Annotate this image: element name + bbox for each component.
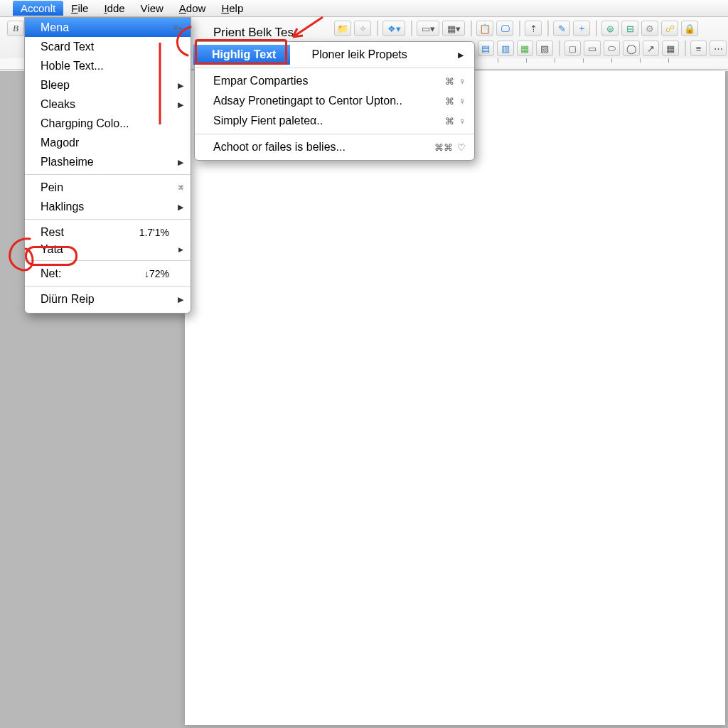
menu-item-yata[interactable]: Yata ▶ — [25, 242, 191, 257]
toolbar-text-icon[interactable]: ⇡ — [525, 21, 542, 36]
toolbar-ruler-icon[interactable]: ⋯ — [710, 41, 727, 56]
toolbar-edit-icon[interactable]: ✎ — [553, 21, 570, 36]
toolbar-cube-icon[interactable]: ❖▾ — [382, 21, 405, 36]
menubar-file[interactable]: File — [63, 1, 96, 16]
toolbar-shape4-icon[interactable]: ◯ — [623, 41, 640, 56]
submenu-item-label: Adsay Pronetingapt to Centor Upton.. — [213, 95, 402, 107]
menubar-adow[interactable]: Adow — [171, 1, 214, 16]
toolbar-add-icon[interactable]: ＋ — [573, 21, 590, 36]
toolbar-page-icon[interactable]: ▭▾ — [417, 21, 439, 36]
toolbar-shape3-icon[interactable]: ⬭ — [604, 41, 621, 56]
submenu-item-label: Simply Fient paleteα.. — [213, 114, 323, 127]
submenu-item-label: Ploner leik Propets — [311, 48, 407, 61]
toolbar-plus2-icon[interactable]: ✧ — [354, 21, 371, 36]
toolbar-screen-icon[interactable]: 🖵 — [496, 21, 513, 36]
toolbar-gear-icon[interactable]: ⚙ — [641, 21, 658, 36]
toolbar-doc2-icon[interactable]: ▥ — [497, 41, 514, 56]
toolbar-lock-icon[interactable]: 🔒 — [681, 21, 698, 36]
submenu-arrow-icon: ▶ — [178, 157, 183, 166]
submenu-item-label: Achoot or failes is belies... — [213, 141, 346, 154]
shortcut-glyphs: ⌘♀ — [445, 96, 466, 107]
menu-item-label: Scard Text — [41, 41, 94, 53]
menu-item-label: Rest — [41, 226, 64, 239]
submenu-arrow-icon: ▶ — [178, 100, 183, 109]
menu-item-value: 1.7'1% — [139, 227, 169, 238]
toolbar-doc1-icon[interactable]: ▤ — [478, 41, 495, 56]
menu-item-bleep[interactable]: Bleep ▶ — [25, 75, 191, 95]
submenu-item-ploner-propets[interactable]: Ploner leik Propets ▶ — [293, 45, 472, 65]
menu-item-plasheime[interactable]: Plasheime ▶ — [25, 152, 191, 171]
toolbar-table-icon[interactable]: ▦▾ — [442, 21, 465, 36]
menu-item-label: Cleaks — [41, 98, 75, 111]
submenu-arrow-icon: ▶ — [178, 246, 183, 253]
submenu-item-label: Highlig Text — [212, 48, 276, 61]
menu-separator — [25, 286, 191, 287]
menu-separator — [25, 260, 191, 261]
menu-item-label: Mena — [41, 21, 69, 34]
menu-item-scard-text[interactable]: Scard Text — [25, 37, 191, 56]
menu-item-net[interactable]: Net: ↓72% — [25, 264, 191, 283]
toolbar-arrow-icon[interactable]: ↗ — [643, 41, 660, 56]
menu-item-label: Chargping Colo... — [41, 117, 129, 130]
shortcut-glyphs: ⌘♀ — [445, 76, 466, 87]
menu-item-label: Net: — [41, 267, 61, 280]
toolbar-db-icon[interactable]: ⊜ — [601, 21, 619, 36]
toolbar-link-icon[interactable]: ☍ — [661, 21, 678, 36]
menubar-help[interactable]: Help — [213, 1, 251, 16]
menu-item-label: Magodr — [41, 136, 79, 149]
menu-item-diurn-reip[interactable]: Diürn Reip ▶ — [25, 289, 191, 309]
menu-item-hoble-text[interactable]: Hoble Text... — [25, 56, 191, 75]
submenu-item-highlig-text[interactable]: Highlig Text — [193, 45, 290, 65]
toolbar-bold[interactable]: B — [7, 21, 24, 36]
menu-item-label: Haklings — [41, 200, 84, 213]
shortcut-glyphs: ⌘⌘♡ — [434, 142, 466, 153]
toolbar-shape2-icon[interactable]: ▭ — [584, 41, 601, 56]
menu-item-pein[interactable]: Pein ⌘ — [25, 178, 191, 197]
submenu-separator — [195, 68, 474, 68]
submenu-arrow-icon: ▶ — [178, 80, 183, 90]
menu-item-chargping-colo[interactable]: Chargping Colo... — [25, 114, 191, 133]
submenu-glyph: ⌘▸ — [173, 23, 183, 33]
submenu-arrow-icon: ▶ — [178, 202, 183, 211]
submenu-separator — [195, 134, 474, 134]
header-label: Prient Belk Tes — [213, 26, 294, 40]
menubar-view[interactable]: View — [133, 1, 171, 16]
toolbar-paste-icon[interactable]: 📋 — [476, 21, 493, 36]
submenu-item-label: Empar Comparties — [213, 75, 308, 87]
toolbar-shape1-icon[interactable]: ◻ — [564, 41, 582, 56]
menu-item-label: Yata — [41, 243, 63, 256]
menu-item-label: Bleep — [41, 79, 70, 92]
menu-item-rest[interactable]: Rest 1.7'1% — [25, 223, 191, 242]
menu-item-haklings[interactable]: Haklings ▶ — [25, 197, 191, 216]
menubar: Acconlt File Idde View Adow Help — [0, 0, 728, 17]
main-dropdown: Mena ⌘▸ Scard Text Hoble Text... Bleep ▶… — [24, 17, 191, 314]
submenu-arrow-icon: ▶ — [178, 294, 183, 304]
submenu-item-achoot[interactable]: Achoot or failes is belies... ⌘⌘♡ — [195, 137, 474, 157]
toolbar-palette-icon[interactable]: ▦ — [517, 41, 534, 56]
toolbar-align-icon[interactable]: ≡ — [690, 41, 707, 56]
submenu-arrow-icon: ▶ — [458, 50, 464, 60]
toolbar-calc-icon[interactable]: ▧ — [536, 41, 553, 56]
menu-item-cleaks[interactable]: Cleaks ▶ — [25, 95, 191, 114]
menu-item-magodr[interactable]: Magodr — [25, 133, 191, 152]
submenu-item-simply[interactable]: Simply Fient paleteα.. ⌘♀ — [195, 111, 474, 131]
document-page[interactable] — [185, 71, 725, 725]
menu-item-value: ↓72% — [144, 268, 169, 279]
toolbar-grid-icon[interactable]: ▦ — [662, 41, 679, 56]
menu-item-mena[interactable]: Mena ⌘▸ — [25, 18, 191, 37]
submenu: Highlig Text Ploner leik Propets ▶ Empar… — [194, 41, 475, 161]
shortcut-glyphs: ⌘♀ — [445, 116, 466, 127]
toolbar-folder-icon[interactable]: 📁 — [334, 21, 351, 36]
submenu-item-adsay[interactable]: Adsay Pronetingapt to Centor Upton.. ⌘♀ — [195, 91, 474, 111]
submenu-item-empar[interactable]: Empar Comparties ⌘♀ — [195, 71, 474, 91]
menu-item-label: Plasheime — [41, 156, 94, 168]
shortcut-glyph: ⌘ — [178, 183, 183, 193]
menubar-idde[interactable]: Idde — [96, 1, 132, 16]
menubar-accounlt[interactable]: Acconlt — [13, 1, 63, 16]
menu-item-label: Diürn Reip — [41, 293, 95, 306]
menu-item-label: Pein — [41, 181, 63, 194]
menu-separator — [25, 219, 191, 220]
toolbar-db2-icon[interactable]: ⊟ — [621, 21, 638, 36]
menu-item-label: Hoble Text... — [41, 60, 104, 73]
menu-separator — [25, 174, 191, 175]
